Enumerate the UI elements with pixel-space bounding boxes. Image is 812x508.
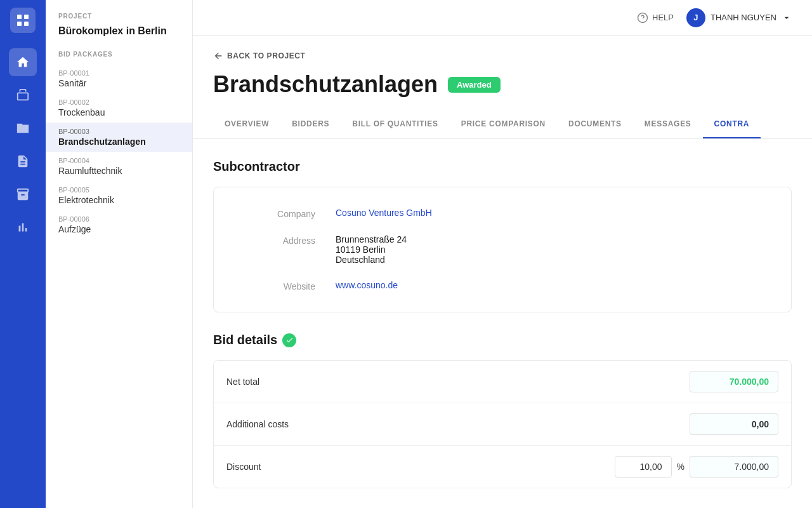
svg-rect-2	[17, 22, 22, 26]
bp6-name: Aufzüge	[58, 224, 180, 234]
nav-briefcase-button[interactable]	[9, 81, 37, 109]
nav-folder-button[interactable]	[9, 114, 37, 142]
svg-rect-0	[17, 15, 22, 19]
help-icon	[637, 12, 648, 23]
address-line1: Brunnenstraße 24	[336, 234, 407, 244]
bp4-name: Raumlufttechnik	[58, 166, 180, 176]
bp3-code: BP-00003	[58, 128, 180, 135]
user-avatar: J	[686, 8, 705, 27]
sidebar-item-bp3[interactable]: BP-00003 Brandschutzanlagen	[46, 123, 192, 152]
help-label: HELP	[652, 13, 674, 22]
net-total-value: 70.000,00	[690, 371, 778, 392]
website-label: Website	[239, 280, 315, 291]
bid-packages-label: BID PACKAGES	[46, 51, 192, 64]
bp1-code: BP-00001	[58, 69, 180, 77]
bp1-name: Sanitär	[58, 78, 180, 88]
bid-details-table: Net total 70.000,00 Additional costs 0,0…	[213, 360, 792, 488]
company-value[interactable]: Cosuno Ventures GmbH	[336, 208, 432, 219]
bid-check-icon	[282, 333, 296, 347]
bp4-code: BP-00004	[58, 157, 180, 164]
discount-input-group: % 7.000,00	[615, 456, 778, 478]
tab-messages[interactable]: MESSAGES	[633, 110, 703, 138]
page-title-row: Brandschutzanlagen Awarded	[213, 71, 792, 98]
topbar: HELP J THANH NGUYEN	[193, 0, 812, 36]
address-line2: 10119 Berlin	[336, 244, 407, 255]
additional-costs-value: 0,00	[690, 413, 778, 435]
discount-unit: %	[677, 462, 684, 472]
app-logo[interactable]	[10, 8, 36, 33]
nav-file-button[interactable]	[9, 147, 37, 175]
tab-documents[interactable]: DOCUMENTS	[557, 110, 633, 138]
net-total-label: Net total	[226, 377, 690, 387]
tab-bill-of-quantities[interactable]: BILL OF QUANTITIES	[341, 110, 449, 138]
nav-chart-button[interactable]	[9, 213, 37, 241]
back-label: BACK TO PROJECT	[227, 51, 305, 60]
discount-label: Discount	[226, 462, 615, 472]
nav-home-button[interactable]	[9, 48, 37, 76]
back-to-project-link[interactable]: BACK TO PROJECT	[213, 51, 792, 61]
main-content: HELP J THANH NGUYEN BACK TO PROJECT Bran…	[193, 0, 812, 508]
svg-rect-3	[24, 22, 29, 26]
tab-overview[interactable]: OVERVIEW	[213, 110, 280, 138]
page-title: Brandschutzanlagen	[213, 71, 438, 98]
tab-contra[interactable]: CONTRA	[703, 110, 761, 138]
project-label: PROJECT	[46, 13, 192, 25]
bp2-name: Trockenbau	[58, 107, 180, 117]
subcontractor-section-title: Subcontractor	[213, 159, 792, 174]
help-button[interactable]: HELP	[637, 12, 674, 23]
content-header: BACK TO PROJECT Brandschutzanlagen Award…	[193, 36, 812, 98]
discount-input[interactable]	[615, 456, 672, 478]
company-label: Company	[239, 208, 315, 219]
sidebar: PROJECT Bürokomplex in Berlin BID PACKAG…	[46, 0, 193, 508]
icon-bar	[0, 0, 46, 508]
project-name: Bürokomplex in Berlin	[46, 25, 192, 51]
bp5-name: Elektrotechnik	[58, 195, 180, 205]
discount-row: Discount % 7.000,00	[214, 446, 791, 488]
address-row: Address Brunnenstraße 24 10119 Berlin De…	[239, 234, 766, 265]
content-body: Subcontractor Company Cosuno Ventures Gm…	[193, 139, 812, 508]
bp5-code: BP-00005	[58, 186, 180, 194]
nav-archive-button[interactable]	[9, 180, 37, 208]
sidebar-item-bp2[interactable]: BP-00002 Trockenbau	[46, 93, 192, 123]
net-total-row: Net total 70.000,00	[214, 361, 791, 403]
awarded-badge: Awarded	[448, 77, 501, 93]
address-line3: Deutschland	[336, 255, 407, 265]
user-name: THANH NGUYEN	[710, 13, 776, 22]
content-area: BACK TO PROJECT Brandschutzanlagen Award…	[193, 36, 812, 508]
discount-value: 7.000,00	[690, 456, 778, 478]
sidebar-item-bp4[interactable]: BP-00004 Raumlufttechnik	[46, 152, 192, 181]
sidebar-item-bp5[interactable]: BP-00005 Elektrotechnik	[46, 181, 192, 210]
address-label: Address	[239, 234, 315, 265]
sidebar-item-bp1[interactable]: BP-00001 Sanitär	[46, 64, 192, 93]
svg-rect-1	[24, 15, 29, 19]
user-menu[interactable]: J THANH NGUYEN	[686, 8, 792, 27]
website-value[interactable]: www.cosuno.de	[336, 280, 398, 291]
tab-bidders[interactable]: BIDDERS	[280, 110, 341, 138]
tabs-bar: OVERVIEW BIDDERS BILL OF QUANTITIES PRIC…	[193, 110, 812, 139]
subcontractor-card: Company Cosuno Ventures GmbH Address Bru…	[213, 187, 792, 312]
bp2-code: BP-00002	[58, 98, 180, 106]
additional-costs-label: Additional costs	[226, 419, 690, 429]
chevron-down-icon	[782, 13, 792, 23]
tab-price-comparison[interactable]: PRICE COMPARISON	[450, 110, 557, 138]
company-row: Company Cosuno Ventures GmbH	[239, 208, 766, 219]
bid-details-title: Bid details	[213, 333, 792, 347]
address-value: Brunnenstraße 24 10119 Berlin Deutschlan…	[336, 234, 407, 265]
sidebar-item-bp6[interactable]: BP-00006 Aufzüge	[46, 210, 192, 239]
website-row: Website www.cosuno.de	[239, 280, 766, 291]
back-arrow-icon	[213, 51, 223, 61]
bp6-code: BP-00006	[58, 215, 180, 223]
bp3-name: Brandschutzanlagen	[58, 137, 180, 147]
additional-costs-row: Additional costs 0,00	[214, 403, 791, 446]
